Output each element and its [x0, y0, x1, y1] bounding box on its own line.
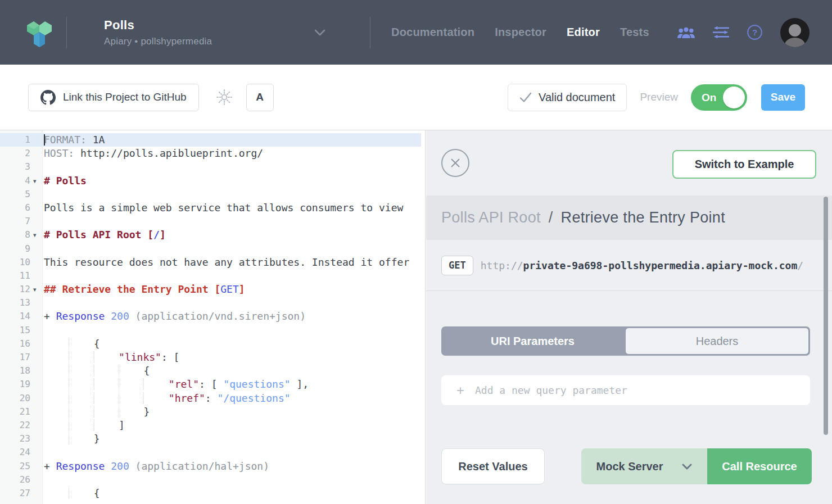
- code-line[interactable]: 3: [0, 160, 421, 174]
- code-line[interactable]: 12▾## Retrieve the Entry Point [GET]: [0, 283, 421, 296]
- url-scheme: http://: [481, 260, 523, 271]
- call-resource-button[interactable]: Call Resource: [707, 448, 812, 484]
- line-gutter: 21: [0, 405, 43, 419]
- code-line[interactable]: 2HOST: http://polls.apiblueprint.org/: [0, 147, 421, 160]
- line-gutter: 23: [0, 432, 43, 446]
- line-gutter: 8▾: [0, 228, 43, 242]
- reset-values-button[interactable]: Reset Values: [441, 448, 545, 484]
- team-icon[interactable]: [677, 25, 695, 39]
- save-button[interactable]: Save: [761, 84, 805, 111]
- apiary-logo[interactable]: [21, 15, 57, 51]
- url-path: /: [797, 260, 803, 271]
- close-console-button[interactable]: [441, 149, 469, 177]
- code-line[interactable]: 16 {: [0, 337, 421, 351]
- toolbar-right: Valid document Preview On Save: [508, 84, 805, 111]
- code-line[interactable]: 13: [0, 296, 421, 310]
- code-line[interactable]: 10This resource does not have any attrib…: [0, 256, 421, 269]
- code-line[interactable]: 22 ]: [0, 419, 421, 432]
- toggle-knob: [723, 87, 745, 108]
- breadcrumb-parent[interactable]: Polls API Root: [441, 209, 541, 226]
- fold-spacer: [30, 446, 43, 459]
- line-gutter: 25: [0, 460, 43, 473]
- navbar: Polls Apiary • pollshypermedia Documenta…: [0, 0, 832, 65]
- code-line[interactable]: 6Polls is a simple web service that allo…: [0, 201, 421, 215]
- line-gutter: 11: [0, 269, 43, 283]
- fold-spacer: [30, 487, 43, 500]
- line-gutter: 9: [0, 242, 43, 256]
- chevron-down-icon: [682, 464, 692, 470]
- fold-arrow-icon[interactable]: ▾: [30, 228, 43, 242]
- valid-document-label: Valid document: [539, 91, 615, 104]
- fold-spacer: [30, 364, 43, 378]
- code-line[interactable]: 23 }: [0, 432, 421, 446]
- call-group: Mock Server Call Resource: [581, 448, 812, 484]
- code-line[interactable]: 7: [0, 215, 421, 228]
- tab-uri-parameters[interactable]: URI Parameters: [441, 326, 624, 356]
- nav-link-editor[interactable]: Editor: [567, 26, 600, 39]
- fold-spacer: [30, 256, 43, 269]
- code-line[interactable]: 5: [0, 188, 421, 201]
- code-line[interactable]: 15: [0, 324, 421, 337]
- check-icon: [519, 92, 532, 103]
- project-chevron-down-icon[interactable]: [314, 29, 325, 36]
- console-panel: Switch to Example Polls API Root / Retri…: [426, 130, 832, 504]
- add-query-parameter-field[interactable]: + Add a new query parameter: [441, 375, 810, 405]
- console-header: Switch to Example: [426, 130, 832, 196]
- nav-link-tests[interactable]: Tests: [620, 26, 649, 39]
- nav-link-documentation[interactable]: Documentation: [391, 26, 474, 39]
- line-gutter: 22: [0, 419, 43, 432]
- link-github-button[interactable]: Link this Project to GitHub: [28, 84, 199, 111]
- code-line[interactable]: 1FORMAT: 1A: [0, 133, 421, 147]
- code-line[interactable]: 17 "links": [: [0, 351, 421, 364]
- breadcrumb-separator: /: [549, 209, 553, 226]
- code-line[interactable]: 8▾# Polls API Root [/]: [0, 228, 421, 242]
- fold-arrow-icon[interactable]: ▾: [30, 283, 43, 296]
- toggle-on-label: On: [702, 92, 716, 104]
- fold-spacer: [30, 378, 43, 391]
- console-scrollbar-thumb[interactable]: [824, 197, 828, 435]
- svg-text:?: ?: [752, 28, 757, 37]
- code-line[interactable]: 24: [0, 446, 421, 459]
- fold-spacer: [30, 269, 43, 283]
- theme-brightness-icon[interactable]: [216, 89, 233, 106]
- toolbar: Link this Project to GitHub A Valid docu…: [0, 65, 832, 130]
- user-avatar[interactable]: [780, 18, 810, 47]
- code-line[interactable]: 27 {: [0, 487, 421, 500]
- code-line[interactable]: 11: [0, 269, 421, 283]
- help-icon[interactable]: ?: [747, 24, 763, 40]
- fold-spacer: [30, 337, 43, 351]
- line-gutter: 5: [0, 188, 43, 201]
- code-line[interactable]: 19 "rel": [ "questions" ],: [0, 378, 421, 391]
- request-row: GET http://private-9a698-pollshypermedia…: [426, 240, 832, 291]
- switch-to-example-button[interactable]: Switch to Example: [672, 150, 816, 179]
- code-line[interactable]: 18 {: [0, 364, 421, 378]
- line-gutter: 3: [0, 160, 43, 174]
- fold-spacer: [30, 133, 43, 147]
- code-editor[interactable]: 1FORMAT: 1A2HOST: http://polls.apibluepr…: [0, 130, 426, 504]
- fold-spacer: [30, 392, 43, 405]
- server-select-dropdown[interactable]: Mock Server: [581, 448, 707, 484]
- code-line[interactable]: 14+ Response 200 (application/vnd.siren+…: [0, 310, 421, 323]
- line-gutter: 16: [0, 337, 43, 351]
- project-info[interactable]: Polls Apiary • pollshypermedia: [104, 18, 212, 47]
- font-size-button[interactable]: A: [246, 84, 274, 111]
- line-gutter: 17: [0, 351, 43, 364]
- close-icon: [450, 158, 460, 168]
- code-line[interactable]: 26: [0, 473, 421, 487]
- fold-spacer: [30, 160, 43, 174]
- server-select-label: Mock Server: [596, 460, 663, 473]
- preview-toggle[interactable]: On: [691, 84, 747, 111]
- code-line[interactable]: 21 }: [0, 405, 421, 419]
- nav-link-inspector[interactable]: Inspector: [495, 26, 546, 39]
- code-line[interactable]: 9: [0, 242, 421, 256]
- code-line[interactable]: 20 "href": "/questions": [0, 392, 421, 405]
- fold-spacer: [30, 324, 43, 337]
- code-line[interactable]: 25+ Response 200 (application/hal+json): [0, 460, 421, 473]
- request-url[interactable]: http://private-9a698-pollshypermedia.api…: [481, 260, 803, 271]
- code-line[interactable]: 4▾# Polls: [0, 174, 421, 188]
- line-gutter: 7: [0, 215, 43, 228]
- line-gutter: 20: [0, 392, 43, 405]
- sliders-icon[interactable]: [713, 26, 729, 39]
- fold-arrow-icon[interactable]: ▾: [30, 174, 43, 188]
- tab-headers[interactable]: Headers: [626, 328, 808, 354]
